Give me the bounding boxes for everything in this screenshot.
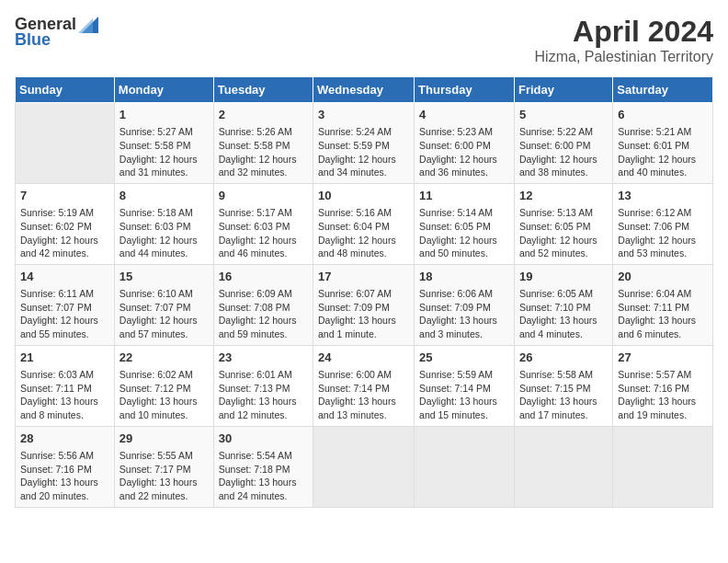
- calendar-cell: 6Sunrise: 5:21 AM Sunset: 6:01 PM Daylig…: [613, 103, 713, 184]
- day-info: Sunrise: 5:58 AM Sunset: 7:15 PM Dayligh…: [519, 368, 608, 422]
- calendar-cell: 24Sunrise: 6:00 AM Sunset: 7:14 PM Dayli…: [313, 345, 415, 426]
- day-info: Sunrise: 5:21 AM Sunset: 6:01 PM Dayligh…: [618, 125, 708, 179]
- calendar-cell: 27Sunrise: 5:57 AM Sunset: 7:16 PM Dayli…: [613, 345, 713, 426]
- day-info: Sunrise: 6:11 AM Sunset: 7:07 PM Dayligh…: [20, 287, 109, 341]
- calendar-cell: 18Sunrise: 6:06 AM Sunset: 7:09 PM Dayli…: [415, 264, 515, 345]
- day-number: 15: [119, 269, 209, 285]
- calendar-cell: 28Sunrise: 5:56 AM Sunset: 7:16 PM Dayli…: [16, 426, 115, 507]
- day-number: 9: [219, 188, 308, 204]
- day-number: 12: [519, 188, 608, 204]
- calendar-cell: 17Sunrise: 6:07 AM Sunset: 7:09 PM Dayli…: [313, 264, 415, 345]
- calendar-cell: 26Sunrise: 5:58 AM Sunset: 7:15 PM Dayli…: [514, 345, 612, 426]
- logo-icon: [78, 17, 98, 33]
- day-info: Sunrise: 6:01 AM Sunset: 7:13 PM Dayligh…: [219, 368, 308, 422]
- calendar-cell: 30Sunrise: 5:54 AM Sunset: 7:18 PM Dayli…: [213, 426, 313, 507]
- header-day-sunday: Sunday: [16, 77, 115, 103]
- calendar-cell: [514, 426, 612, 507]
- calendar-cell: 20Sunrise: 6:04 AM Sunset: 7:11 PM Dayli…: [613, 264, 713, 345]
- day-number: 16: [219, 269, 308, 285]
- day-number: 7: [20, 188, 109, 204]
- header-day-thursday: Thursday: [415, 77, 515, 103]
- calendar-cell: 14Sunrise: 6:11 AM Sunset: 7:07 PM Dayli…: [16, 264, 115, 345]
- day-info: Sunrise: 5:14 AM Sunset: 6:05 PM Dayligh…: [419, 206, 509, 260]
- header-day-saturday: Saturday: [613, 77, 713, 103]
- header-day-friday: Friday: [514, 77, 612, 103]
- day-number: 13: [618, 188, 708, 204]
- day-number: 28: [20, 431, 109, 447]
- day-number: 14: [20, 269, 109, 285]
- day-number: 26: [519, 350, 608, 366]
- day-info: Sunrise: 5:24 AM Sunset: 5:59 PM Dayligh…: [318, 125, 409, 179]
- month-year-title: April 2024: [535, 15, 713, 49]
- calendar-cell: 10Sunrise: 5:16 AM Sunset: 6:04 PM Dayli…: [313, 183, 415, 264]
- day-number: 11: [419, 188, 509, 204]
- calendar-week-row: 7Sunrise: 5:19 AM Sunset: 6:02 PM Daylig…: [16, 183, 713, 264]
- day-info: Sunrise: 5:18 AM Sunset: 6:03 PM Dayligh…: [119, 206, 209, 260]
- logo: General Blue: [15, 15, 98, 50]
- logo-blue-text: Blue: [15, 30, 51, 50]
- day-info: Sunrise: 6:04 AM Sunset: 7:11 PM Dayligh…: [618, 287, 708, 341]
- day-info: Sunrise: 6:12 AM Sunset: 7:06 PM Dayligh…: [618, 206, 708, 260]
- day-info: Sunrise: 6:00 AM Sunset: 7:14 PM Dayligh…: [318, 368, 409, 422]
- day-info: Sunrise: 5:17 AM Sunset: 6:03 PM Dayligh…: [219, 206, 308, 260]
- calendar-cell: [613, 426, 713, 507]
- calendar-week-row: 1Sunrise: 5:27 AM Sunset: 5:58 PM Daylig…: [16, 103, 713, 184]
- day-info: Sunrise: 5:55 AM Sunset: 7:17 PM Dayligh…: [119, 449, 209, 503]
- calendar-week-row: 14Sunrise: 6:11 AM Sunset: 7:07 PM Dayli…: [16, 264, 713, 345]
- location-subtitle: Hizma, Palestinian Territory: [535, 49, 713, 65]
- calendar-cell: 29Sunrise: 5:55 AM Sunset: 7:17 PM Dayli…: [114, 426, 213, 507]
- calendar-cell: 19Sunrise: 6:05 AM Sunset: 7:10 PM Dayli…: [514, 264, 612, 345]
- day-number: 6: [618, 107, 708, 123]
- day-number: 2: [219, 107, 308, 123]
- day-number: 23: [219, 350, 308, 366]
- calendar-week-row: 21Sunrise: 6:03 AM Sunset: 7:11 PM Dayli…: [16, 345, 713, 426]
- calendar-table: SundayMondayTuesdayWednesdayThursdayFrid…: [15, 76, 713, 508]
- day-number: 29: [119, 431, 209, 447]
- calendar-cell: 9Sunrise: 5:17 AM Sunset: 6:03 PM Daylig…: [213, 183, 313, 264]
- day-info: Sunrise: 5:54 AM Sunset: 7:18 PM Dayligh…: [219, 449, 308, 503]
- calendar-cell: 23Sunrise: 6:01 AM Sunset: 7:13 PM Dayli…: [213, 345, 313, 426]
- day-info: Sunrise: 6:02 AM Sunset: 7:12 PM Dayligh…: [119, 368, 209, 422]
- calendar-cell: [16, 103, 115, 184]
- day-info: Sunrise: 5:19 AM Sunset: 6:02 PM Dayligh…: [20, 206, 109, 260]
- calendar-cell: 15Sunrise: 6:10 AM Sunset: 7:07 PM Dayli…: [114, 264, 213, 345]
- calendar-cell: [415, 426, 515, 507]
- day-info: Sunrise: 5:59 AM Sunset: 7:14 PM Dayligh…: [419, 368, 509, 422]
- calendar-cell: 21Sunrise: 6:03 AM Sunset: 7:11 PM Dayli…: [16, 345, 115, 426]
- calendar-cell: 11Sunrise: 5:14 AM Sunset: 6:05 PM Dayli…: [415, 183, 515, 264]
- day-info: Sunrise: 5:26 AM Sunset: 5:58 PM Dayligh…: [219, 125, 308, 179]
- page-header: General Blue April 2024 Hizma, Palestini…: [15, 15, 713, 65]
- calendar-cell: 7Sunrise: 5:19 AM Sunset: 6:02 PM Daylig…: [16, 183, 115, 264]
- day-number: 21: [20, 350, 109, 366]
- calendar-cell: 3Sunrise: 5:24 AM Sunset: 5:59 PM Daylig…: [313, 103, 415, 184]
- day-info: Sunrise: 5:27 AM Sunset: 5:58 PM Dayligh…: [119, 125, 209, 179]
- day-number: 24: [318, 350, 409, 366]
- calendar-cell: 1Sunrise: 5:27 AM Sunset: 5:58 PM Daylig…: [114, 103, 213, 184]
- day-number: 17: [318, 269, 409, 285]
- calendar-header-row: SundayMondayTuesdayWednesdayThursdayFrid…: [16, 77, 713, 103]
- day-number: 4: [419, 107, 509, 123]
- day-info: Sunrise: 6:05 AM Sunset: 7:10 PM Dayligh…: [519, 287, 608, 341]
- day-info: Sunrise: 6:10 AM Sunset: 7:07 PM Dayligh…: [119, 287, 209, 341]
- header-day-wednesday: Wednesday: [313, 77, 415, 103]
- day-info: Sunrise: 6:03 AM Sunset: 7:11 PM Dayligh…: [20, 368, 109, 422]
- calendar-cell: 13Sunrise: 6:12 AM Sunset: 7:06 PM Dayli…: [613, 183, 713, 264]
- calendar-cell: 16Sunrise: 6:09 AM Sunset: 7:08 PM Dayli…: [213, 264, 313, 345]
- day-number: 20: [618, 269, 708, 285]
- day-number: 5: [519, 107, 608, 123]
- calendar-cell: 22Sunrise: 6:02 AM Sunset: 7:12 PM Dayli…: [114, 345, 213, 426]
- day-info: Sunrise: 6:09 AM Sunset: 7:08 PM Dayligh…: [219, 287, 308, 341]
- day-number: 25: [419, 350, 509, 366]
- day-info: Sunrise: 6:06 AM Sunset: 7:09 PM Dayligh…: [419, 287, 509, 341]
- svg-marker-1: [78, 18, 93, 33]
- day-number: 22: [119, 350, 209, 366]
- day-number: 8: [119, 188, 209, 204]
- day-info: Sunrise: 5:56 AM Sunset: 7:16 PM Dayligh…: [20, 449, 109, 503]
- calendar-cell: [313, 426, 415, 507]
- day-info: Sunrise: 5:22 AM Sunset: 6:00 PM Dayligh…: [519, 125, 608, 179]
- day-info: Sunrise: 5:16 AM Sunset: 6:04 PM Dayligh…: [318, 206, 409, 260]
- calendar-week-row: 28Sunrise: 5:56 AM Sunset: 7:16 PM Dayli…: [16, 426, 713, 507]
- calendar-cell: 4Sunrise: 5:23 AM Sunset: 6:00 PM Daylig…: [415, 103, 515, 184]
- header-day-tuesday: Tuesday: [213, 77, 313, 103]
- day-info: Sunrise: 6:07 AM Sunset: 7:09 PM Dayligh…: [318, 287, 409, 341]
